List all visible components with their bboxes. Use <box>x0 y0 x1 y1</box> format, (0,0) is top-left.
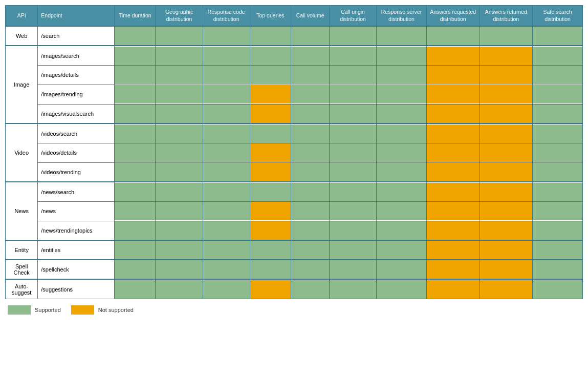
data-cell <box>533 104 583 123</box>
data-cell <box>291 221 330 240</box>
data-cell <box>203 260 250 279</box>
supported-color-box <box>8 305 31 315</box>
table-row: News/news/search <box>6 182 583 201</box>
data-cell <box>156 279 203 299</box>
data-cell <box>156 123 203 143</box>
data-cell <box>533 85 583 104</box>
data-cell <box>533 221 583 240</box>
data-cell <box>156 162 203 182</box>
data-cell <box>250 85 291 104</box>
call-origin-header: Call origin distribution <box>330 6 377 27</box>
data-cell <box>250 279 291 299</box>
endpoint-label: /search <box>38 26 115 46</box>
data-cell <box>291 182 330 201</box>
data-cell <box>426 260 480 279</box>
data-cell <box>533 26 583 46</box>
data-cell <box>480 279 533 299</box>
data-cell <box>203 46 250 65</box>
legend-not-supported: Not supported <box>71 305 134 315</box>
endpoint-label: /news/search <box>38 182 115 201</box>
data-cell <box>330 201 377 221</box>
time-duration-header: Time duration <box>114 6 156 27</box>
api-label: Image <box>6 46 38 123</box>
data-cell <box>330 182 377 201</box>
data-cell <box>291 46 330 65</box>
data-cell <box>480 162 533 182</box>
data-cell <box>156 182 203 201</box>
data-cell <box>377 279 427 299</box>
data-cell <box>114 182 156 201</box>
data-cell <box>480 260 533 279</box>
data-cell <box>156 260 203 279</box>
data-cell <box>114 65 156 85</box>
data-cell <box>533 123 583 143</box>
data-cell <box>426 65 480 85</box>
endpoint-label: /suggestions <box>38 279 115 299</box>
data-cell <box>250 46 291 65</box>
endpoint-label: /entities <box>38 240 115 260</box>
table-row: /images/trending <box>6 85 583 104</box>
data-cell <box>203 143 250 162</box>
data-cell <box>291 85 330 104</box>
data-cell <box>156 85 203 104</box>
api-label: Entity <box>6 240 38 260</box>
data-cell <box>250 201 291 221</box>
data-cell <box>330 26 377 46</box>
data-cell <box>291 65 330 85</box>
data-cell <box>533 279 583 299</box>
data-cell <box>426 240 480 260</box>
api-label: Web <box>6 26 38 46</box>
data-cell <box>426 26 480 46</box>
data-cell <box>480 85 533 104</box>
data-cell <box>426 123 480 143</box>
data-cell <box>156 240 203 260</box>
endpoint-label: /videos/details <box>38 143 115 162</box>
data-cell <box>250 260 291 279</box>
data-cell <box>377 201 427 221</box>
data-cell <box>330 123 377 143</box>
data-cell <box>114 201 156 221</box>
data-cell <box>114 46 156 65</box>
data-cell <box>291 201 330 221</box>
data-cell <box>250 104 291 123</box>
data-cell <box>330 162 377 182</box>
data-cell <box>426 201 480 221</box>
data-cell <box>377 46 427 65</box>
table-row: Video/videos/search <box>6 123 583 143</box>
data-cell <box>480 65 533 85</box>
data-cell <box>250 182 291 201</box>
data-cell <box>203 26 250 46</box>
data-cell <box>377 260 427 279</box>
endpoint-label: /videos/search <box>38 123 115 143</box>
data-cell <box>377 85 427 104</box>
data-cell <box>377 221 427 240</box>
api-label: Spell Check <box>6 260 38 279</box>
data-cell <box>203 279 250 299</box>
endpoint-header: Endpoint <box>38 6 115 27</box>
data-cell <box>426 221 480 240</box>
data-cell <box>533 240 583 260</box>
data-cell <box>114 221 156 240</box>
supported-label: Supported <box>35 307 61 313</box>
data-cell <box>156 46 203 65</box>
features-table: API Endpoint Time duration Geographic di… <box>5 5 583 299</box>
data-cell <box>426 104 480 123</box>
data-cell <box>250 123 291 143</box>
data-cell <box>291 162 330 182</box>
data-cell <box>114 26 156 46</box>
data-cell <box>330 46 377 65</box>
data-cell <box>114 240 156 260</box>
table-row: Auto-suggest/suggestions <box>6 279 583 299</box>
top-queries-header: Top queries <box>250 6 291 27</box>
answers-returned-header: Answers returned distribution <box>480 6 533 27</box>
data-cell <box>291 279 330 299</box>
data-cell <box>533 46 583 65</box>
data-cell <box>377 123 427 143</box>
data-cell <box>377 162 427 182</box>
data-cell <box>533 143 583 162</box>
data-cell <box>533 201 583 221</box>
data-cell <box>291 143 330 162</box>
data-cell <box>480 240 533 260</box>
legend: Supported Not supported <box>5 305 583 315</box>
data-cell <box>330 260 377 279</box>
